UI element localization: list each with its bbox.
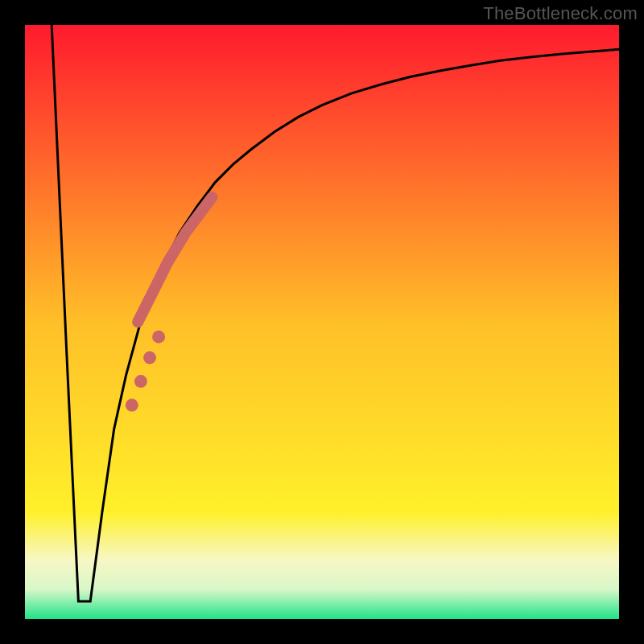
highlight-dot: [143, 351, 156, 364]
bottleneck-chart: TheBottleneck.com: [0, 0, 644, 644]
watermark-text: TheBottleneck.com: [483, 3, 638, 24]
highlight-dot: [126, 398, 138, 411]
highlight-dot: [134, 375, 147, 388]
chart-svg: [0, 0, 644, 644]
highlight-dot: [152, 330, 165, 343]
gradient-background: [25, 25, 619, 619]
